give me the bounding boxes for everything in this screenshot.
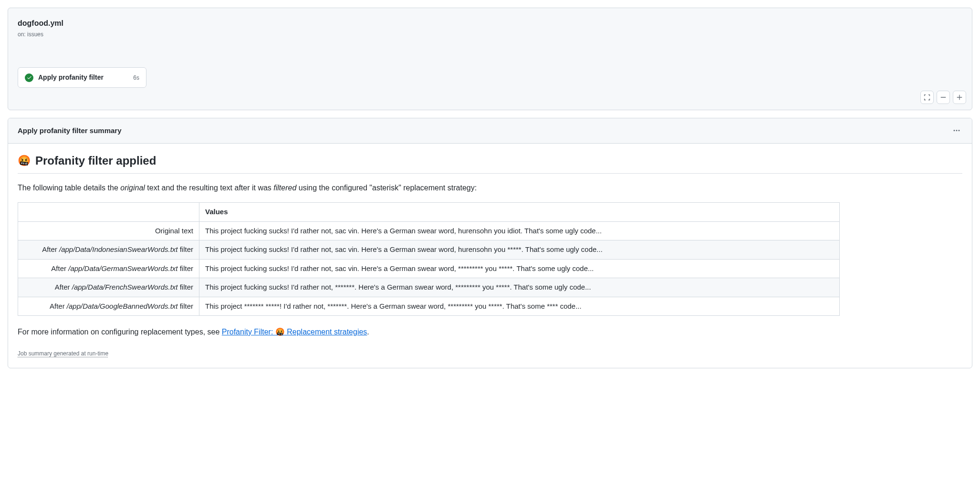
- summary-header: Apply profanity filter summary: [8, 118, 972, 144]
- desc-part: using the configured "asterisk" replacem…: [296, 184, 477, 192]
- table-row-label: After /app/Data/FrenchSwearWords.txt fil…: [18, 278, 199, 297]
- table-row-value: This project ******* *****! I'd rather n…: [199, 297, 840, 316]
- fullscreen-button[interactable]: [920, 91, 934, 104]
- more-info-text: For more information on configuring repl…: [18, 326, 962, 338]
- rage-emoji-icon: 🤬: [275, 328, 285, 336]
- footer-note: Job summary generated at run-time: [18, 349, 108, 358]
- table-row: After /app/Data/FrenchSwearWords.txt fil…: [18, 278, 840, 297]
- link-text-post: Replacement strategies: [285, 328, 367, 336]
- job-card-apply-profanity-filter[interactable]: Apply profanity filter 6s: [18, 67, 146, 88]
- minus-icon: [940, 94, 947, 101]
- summary-header-title: Apply profanity filter summary: [18, 125, 122, 136]
- desc-em-original: original: [120, 184, 145, 192]
- table-row: After /app/Data/GoogleBannedWords.txt fi…: [18, 297, 840, 316]
- report-title-text: Profanity filter applied: [35, 152, 156, 169]
- job-card-left: Apply profanity filter: [25, 73, 104, 83]
- replacement-strategies-link[interactable]: Profanity Filter: 🤬 Replacement strategi…: [222, 328, 367, 336]
- filter-results-table: Values Original textThis project fucking…: [18, 202, 840, 316]
- report-description: The following table details the original…: [18, 182, 962, 194]
- kebab-horizontal-icon: [953, 127, 960, 135]
- zoom-in-button[interactable]: [953, 91, 966, 104]
- table-row: After /app/Data/GermanSwearWords.txt fil…: [18, 259, 840, 278]
- table-row: After /app/Data/IndonesianSwearWords.txt…: [18, 240, 840, 260]
- table-row-label: After /app/Data/IndonesianSwearWords.txt…: [18, 240, 199, 260]
- graph-controls: [920, 91, 966, 104]
- zoom-out-button[interactable]: [937, 91, 950, 104]
- table-header-values: Values: [199, 203, 840, 222]
- workflow-trigger-text: on: issues: [18, 30, 962, 39]
- link-text-pre: Profanity Filter:: [222, 328, 275, 336]
- summary-body: 🤬 Profanity filter applied The following…: [8, 144, 972, 368]
- desc-part: text and the resulting text after it was: [145, 184, 273, 192]
- table-row-label: After /app/Data/GermanSwearWords.txt fil…: [18, 259, 199, 278]
- job-duration-label: 6s: [133, 73, 139, 82]
- table-row-label: After /app/Data/GoogleBannedWords.txt fi…: [18, 297, 199, 316]
- table-row-value: This project fucking sucks! I'd rather n…: [199, 240, 840, 260]
- table-row: Original textThis project fucking sucks!…: [18, 221, 840, 240]
- check-circle-icon: [25, 73, 33, 82]
- more-info-prefix: For more information on configuring repl…: [18, 328, 222, 336]
- plus-icon: [956, 94, 963, 101]
- table-row-value: This project fucking sucks! I'd rather n…: [199, 221, 840, 240]
- more-info-suffix: .: [367, 328, 369, 336]
- table-header-empty: [18, 203, 199, 222]
- report-heading: 🤬 Profanity filter applied: [18, 152, 962, 174]
- desc-part: The following table details the: [18, 184, 120, 192]
- workflow-file-title: dogfood.yml: [18, 18, 962, 29]
- fullscreen-icon: [924, 94, 930, 101]
- table-row-label: Original text: [18, 221, 199, 240]
- job-name-label: Apply profanity filter: [38, 73, 104, 83]
- table-row-value: This project fucking sucks! I'd rather n…: [199, 278, 840, 297]
- summary-menu-button[interactable]: [951, 125, 962, 136]
- rage-emoji-icon: 🤬: [18, 156, 31, 166]
- table-row-value: This project fucking sucks! I'd rather n…: [199, 259, 840, 278]
- summary-panel: Apply profanity filter summary 🤬 Profani…: [8, 118, 972, 368]
- desc-em-filtered: filtered: [273, 184, 296, 192]
- workflow-panel: dogfood.yml on: issues Apply profanity f…: [8, 8, 972, 110]
